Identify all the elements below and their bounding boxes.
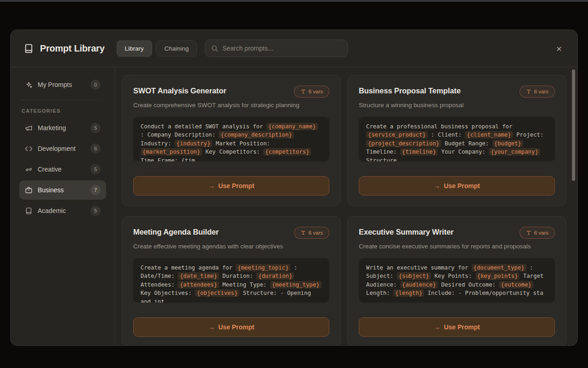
tab-library[interactable]: Library (117, 40, 152, 57)
sidebar-divider (20, 100, 105, 100)
search-input[interactable] (222, 45, 342, 52)
code-text: Project: (513, 132, 544, 138)
use-prompt-label: Use Prompt (444, 323, 480, 331)
variable-chip: {company_name} (266, 123, 318, 130)
type-icon (526, 230, 531, 236)
use-prompt-button[interactable]: → Use Prompt (359, 176, 555, 196)
type-icon (300, 230, 306, 236)
megaphone-icon (25, 124, 33, 132)
arrow-right-icon: → (434, 182, 440, 190)
prompt-title: Meeting Agenda Builder (133, 227, 219, 236)
prompt-card-executive-summary: Executive Summary Writer 6 vars Create c… (347, 216, 566, 345)
view-tabs: Library Chaining (117, 40, 198, 57)
use-prompt-label: Use Prompt (444, 182, 480, 190)
code-text: Industry: (141, 140, 175, 147)
count-badge: 6 (90, 144, 101, 154)
sidebar-item-academic[interactable]: Academic 5 (19, 201, 106, 220)
prompt-title: Business Proposal Template (359, 86, 461, 95)
sparkles-icon (25, 81, 33, 89)
code-text: Desired Outcome: (438, 282, 499, 288)
sidebar-item-business[interactable]: Business 7 (19, 180, 106, 200)
code-text: Key Points: (431, 273, 475, 279)
use-prompt-button[interactable]: → Use Prompt (133, 176, 329, 196)
variable-chip: {meeting_type} (270, 281, 322, 288)
window-top-strip (0, 0, 588, 2)
modal-header: Prompt Library Library Chaining × (11, 30, 577, 67)
variable-chip: {client_name} (465, 131, 513, 138)
variable-chip: {competitors} (263, 148, 311, 155)
sidebar-item-marketing[interactable]: Marketing 5 (19, 118, 106, 138)
code-text: : Client: (428, 132, 465, 138)
vars-badge: 6 vars (520, 227, 555, 239)
use-prompt-button[interactable]: → Use Prompt (359, 317, 555, 337)
use-prompt-button[interactable]: → Use Prompt (133, 317, 329, 337)
scrollbar-thumb[interactable] (572, 69, 575, 181)
vars-badge: 6 vars (520, 86, 555, 98)
sidebar-item-label: My Prompts (38, 81, 72, 88)
variable-chip: {market_position} (141, 148, 202, 155)
code-text: Key Objectives: (141, 290, 195, 296)
code-text: Budget Range: (441, 140, 492, 147)
tab-chaining[interactable]: Chaining (156, 40, 197, 57)
variable-chip: {length} (393, 289, 424, 297)
search-icon (211, 45, 218, 52)
prompt-card-swot: SWOT Analysis Generator 6 vars Create co… (122, 75, 341, 206)
vars-badge-label: 6 vars (309, 89, 323, 94)
vars-badge: 6 vars (294, 227, 329, 239)
vars-badge-label: 6 vars (534, 230, 548, 236)
prompt-description: Structure a winning business proposal (359, 101, 555, 110)
prompt-preview: Write an executive summary for {document… (359, 258, 555, 303)
use-prompt-label: Use Prompt (218, 323, 254, 331)
type-icon (526, 89, 531, 94)
prompt-description: Create comprehensive SWOT analysis for s… (133, 101, 329, 110)
code-text: Timeline: (366, 149, 400, 155)
code-text: Create a professional business proposal … (366, 123, 512, 130)
variable-chip: {company_description} (219, 131, 294, 138)
variable-chip: {audience} (400, 281, 438, 288)
prompt-preview: Conduct a detailed SWOT analysis for {co… (133, 117, 329, 161)
prompt-grid-area: SWOT Analysis Generator 6 vars Create co… (115, 67, 577, 345)
variable-chip: {objectives} (195, 289, 239, 297)
code-text: Write an executive summary for (366, 264, 472, 271)
categories-heading: CATEGORIES (22, 108, 106, 114)
variable-chip: {subject} (397, 272, 431, 280)
arrow-right-icon: → (208, 323, 215, 331)
sidebar-item-label: Marketing (38, 124, 66, 132)
code-text: : Company Description: (141, 132, 219, 138)
variable-chip: {meeting_topic} (236, 264, 290, 271)
variable-chip: {industry} (175, 140, 212, 147)
code-text: Meeting Type: (219, 282, 270, 288)
count-badge: 5 (90, 206, 101, 216)
close-button[interactable]: × (554, 42, 565, 55)
code-text: Time Frame: {tim... (141, 157, 205, 161)
code-text: Attendees: (141, 282, 178, 288)
prompt-grid: SWOT Analysis Generator 6 vars Create co… (122, 75, 566, 345)
sidebar: My Prompts 0 CATEGORIES Marketing 5 Deve… (11, 67, 115, 345)
vars-badge-label: 6 vars (534, 89, 548, 94)
sidebar-item-creative[interactable]: Creative 5 (19, 160, 106, 179)
page-title: Prompt Library (40, 43, 105, 54)
variable-chip: {attendees} (178, 281, 219, 288)
modal-body: My Prompts 0 CATEGORIES Marketing 5 Deve… (11, 67, 577, 345)
use-prompt-label: Use Prompt (218, 182, 254, 190)
code-text: Market Position: (212, 140, 270, 147)
count-badge: 5 (90, 164, 101, 174)
code-text: Include: - Problem/opportunity sta (424, 290, 543, 296)
prompt-title: SWOT Analysis Generator (133, 86, 226, 95)
variable-chip: {timeline} (400, 148, 438, 155)
prompt-description: Create concise executive summaries for r… (359, 242, 555, 251)
code-text: Conduct a detailed SWOT analysis for (141, 123, 266, 130)
sidebar-item-my-prompts[interactable]: My Prompts 0 (19, 75, 106, 94)
search-box[interactable] (205, 40, 348, 57)
type-icon (300, 89, 306, 94)
prompt-library-modal: Prompt Library Library Chaining × My Pro… (10, 29, 578, 346)
sidebar-item-development[interactable]: Development 6 (19, 139, 106, 158)
variable-chip: {project_description} (366, 140, 441, 147)
variable-chip: {service_product} (366, 131, 428, 138)
code-text: Create a meeting agenda for (141, 264, 236, 271)
variable-chip: {outcome} (499, 281, 533, 288)
code-text: Your Company: (438, 149, 489, 155)
sidebar-item-label: Academic (38, 207, 66, 214)
prompt-card-business-proposal: Business Proposal Template 6 vars Struct… (347, 75, 566, 206)
variable-chip: {key_points} (475, 272, 520, 280)
